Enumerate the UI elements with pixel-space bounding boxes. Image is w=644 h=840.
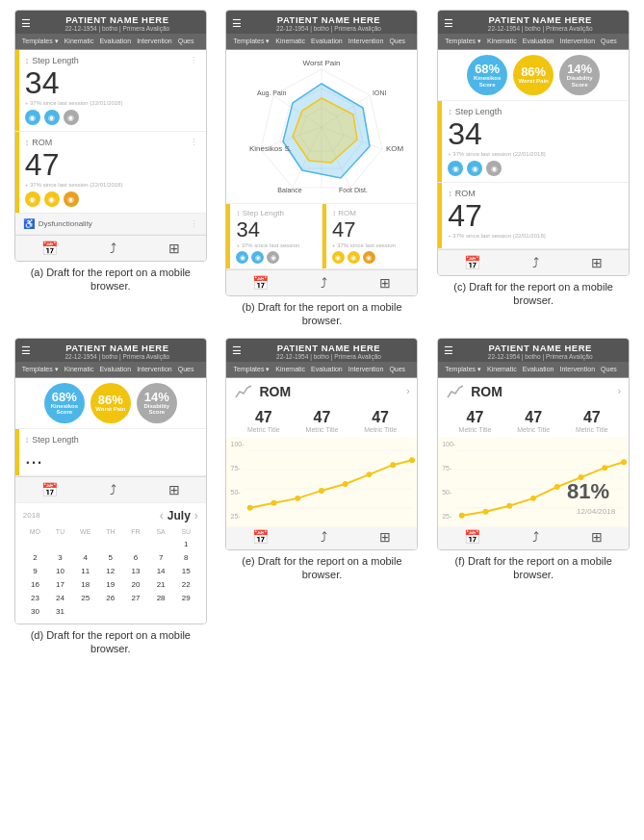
ic-c1[interactable]: ◉ <box>448 161 463 176</box>
icon-yellow2-a[interactable]: ◉ <box>44 191 60 207</box>
nav-evaluation-a[interactable]: Evaluation <box>96 36 134 47</box>
nav-evaluation-e[interactable]: Evaluation <box>308 364 346 375</box>
rom-arrow-f[interactable]: › <box>618 386 621 396</box>
ic-c2[interactable]: ◉ <box>467 161 482 176</box>
share-icon-f[interactable]: ⤴ <box>532 529 539 545</box>
svg-point-24 <box>247 504 253 510</box>
nav-intervention-f[interactable]: Intervention <box>556 364 598 375</box>
nav-evaluation-d[interactable]: Evaluation <box>96 364 134 375</box>
nav-kinematic-a[interactable]: Kinematic <box>62 36 97 47</box>
nav-intervention-e[interactable]: Intervention <box>346 364 387 375</box>
icon-blue-a[interactable]: ◉ <box>25 110 40 125</box>
icon-orange-a[interactable]: ◉ <box>64 191 79 207</box>
svg-text:Kinesikos S.: Kinesikos S. <box>249 144 292 153</box>
table-icon-e[interactable]: ⊞ <box>379 529 391 545</box>
table-icon-b[interactable]: ⊞ <box>379 275 391 291</box>
table-icon-a[interactable]: ⊞ <box>168 241 180 256</box>
nav-evaluation-c[interactable]: Evaluation <box>520 36 557 47</box>
hamburger-icon-f[interactable]: ☰ <box>444 345 453 356</box>
nav-ques-c[interactable]: Ques <box>598 36 620 47</box>
rom-m3-e: 47 Metric Title <box>364 409 397 433</box>
subtitle-b: 22-12-1954 | botho | Primera Avalição <box>245 25 411 32</box>
icon-blue2-a[interactable]: ◉ <box>44 110 60 125</box>
nav-kinematic-e[interactable]: Kinematic <box>272 364 308 375</box>
calendar-icon-e[interactable]: 📅 <box>252 529 269 545</box>
nav-templates-a[interactable]: Templates ▾ <box>19 36 62 47</box>
nav-intervention-d[interactable]: Intervention <box>134 364 175 375</box>
nav-templates-f[interactable]: Templates ▾ <box>442 364 484 375</box>
nav-kinematic-c[interactable]: Kinematic <box>484 36 520 47</box>
table-icon-f[interactable]: ⊞ <box>591 529 603 545</box>
nav-templates-c[interactable]: Templates ▾ <box>442 36 484 47</box>
hamburger-icon-d[interactable]: ☰ <box>21 345 31 356</box>
hamburger-icon-c[interactable]: ☰ <box>444 18 453 29</box>
nav-kinematic-f[interactable]: Kinematic <box>484 364 520 375</box>
rom-arrow-e[interactable]: › <box>406 386 409 396</box>
nav-evaluation-f[interactable]: Evaluation <box>520 364 557 375</box>
rom-chart-icon-f <box>446 384 465 399</box>
rom-sub-a: + 37% since last session (22/01/2018) <box>25 182 198 188</box>
line-chart-f: 100- 75- 50- 25- <box>438 437 629 523</box>
calendar-icon-f[interactable]: 📅 <box>464 529 480 545</box>
nav-ques-b[interactable]: Ques <box>386 36 408 47</box>
svg-point-40 <box>530 495 536 500</box>
svg-point-28 <box>343 481 348 487</box>
nav-templates-d[interactable]: Templates ▾ <box>19 364 62 375</box>
icon-b2[interactable]: ◉ <box>251 251 264 264</box>
nav-intervention-b[interactable]: Intervention <box>346 36 387 47</box>
rom-val-b: 47 <box>328 217 412 242</box>
nav-intervention-a[interactable]: Intervention <box>134 36 175 47</box>
topbar-f: ☰ PATIENT NAME HERE 22-12-1954 | botho |… <box>438 339 629 362</box>
icon-b3[interactable]: ◉ <box>267 251 279 264</box>
svg-text:Aug. Pain: Aug. Pain <box>257 89 286 97</box>
hamburger-icon-b[interactable]: ☰ <box>232 18 242 29</box>
nav-kinematic-d[interactable]: Kinematic <box>62 364 97 375</box>
step-length-card-a: ↕ Step Length ⋮ 34 + 37% since last sess… <box>15 50 206 132</box>
share-icon-b[interactable]: ⤴ <box>321 275 327 291</box>
patient-name-a: PATIENT NAME HERE <box>35 14 200 25</box>
nav-kinematic-b[interactable]: Kinematic <box>272 36 308 47</box>
share-icon-a[interactable]: ⤴ <box>110 241 116 256</box>
ic-c3[interactable]: ◉ <box>486 161 502 176</box>
table-icon-d[interactable]: ⊞ <box>168 482 180 497</box>
icon-b4[interactable]: ◉ <box>332 251 345 264</box>
icon-b6[interactable]: ◉ <box>363 251 375 264</box>
nav-intervention-c[interactable]: Intervention <box>556 36 598 47</box>
icon-gray-a[interactable]: ◉ <box>64 110 79 125</box>
table-icon-c[interactable]: ⊞ <box>591 255 603 270</box>
menu-dots2-a[interactable]: ⋮ <box>190 138 198 147</box>
icon-yellow-a[interactable]: ◉ <box>25 191 40 207</box>
menu-dots-a[interactable]: ⋮ <box>190 56 198 65</box>
hamburger-icon-e[interactable]: ☰ <box>232 345 242 356</box>
share-icon-c[interactable]: ⤴ <box>532 255 539 270</box>
nav-ques-e[interactable]: Ques <box>386 364 408 375</box>
nav-ques-a[interactable]: Ques <box>175 36 197 47</box>
y-labels-f: 100- 75- 50- 25- <box>442 437 455 523</box>
calendar-icon-d[interactable]: 📅 <box>41 482 58 497</box>
calendar-icon-c[interactable]: 📅 <box>464 255 480 270</box>
card-b: ☰ PATIENT NAME HERE 22-12-1954 | botho |… <box>221 10 424 328</box>
rom-m1-e: 47 Metric Title <box>247 409 280 433</box>
cal-next-d[interactable]: › <box>194 509 198 522</box>
step-icons-c: ◉ ◉ ◉ <box>448 161 621 176</box>
y-labels-e: 100- 75- 50- 25- <box>230 437 244 523</box>
share-icon-d[interactable]: ⤴ <box>110 482 116 497</box>
hamburger-icon-a[interactable]: ☰ <box>21 18 31 29</box>
nav-templates-b[interactable]: Templates ▾ <box>230 36 272 47</box>
rom-icons-b: ◉ ◉ ◉ <box>328 251 412 264</box>
share-icon-e[interactable]: ⤴ <box>321 529 327 545</box>
toolbar-b: 📅 ⤴ ⊞ <box>226 269 417 295</box>
nav-templates-e[interactable]: Templates ▾ <box>230 364 272 375</box>
step-length-icons-a: ◉ ◉ ◉ <box>25 110 198 125</box>
calendar-icon-b[interactable]: 📅 <box>252 275 269 291</box>
rom-card-a: ↕ ROM ⋮ 47 + 37% since last session (22/… <box>15 132 206 214</box>
nav-ques-f[interactable]: Ques <box>598 364 620 375</box>
icon-b5[interactable]: ◉ <box>348 251 360 264</box>
svg-point-27 <box>320 488 325 494</box>
nav-ques-d[interactable]: Ques <box>175 364 197 375</box>
cal-prev-d[interactable]: ‹ <box>160 509 164 522</box>
nav-evaluation-b[interactable]: Evaluation <box>308 36 346 47</box>
calendar-icon-a[interactable]: 📅 <box>41 241 58 256</box>
icon-b1[interactable]: ◉ <box>236 251 248 264</box>
bottom-metrics-b: ↕ Step Length 34 + 37% since last sessio… <box>226 204 417 269</box>
